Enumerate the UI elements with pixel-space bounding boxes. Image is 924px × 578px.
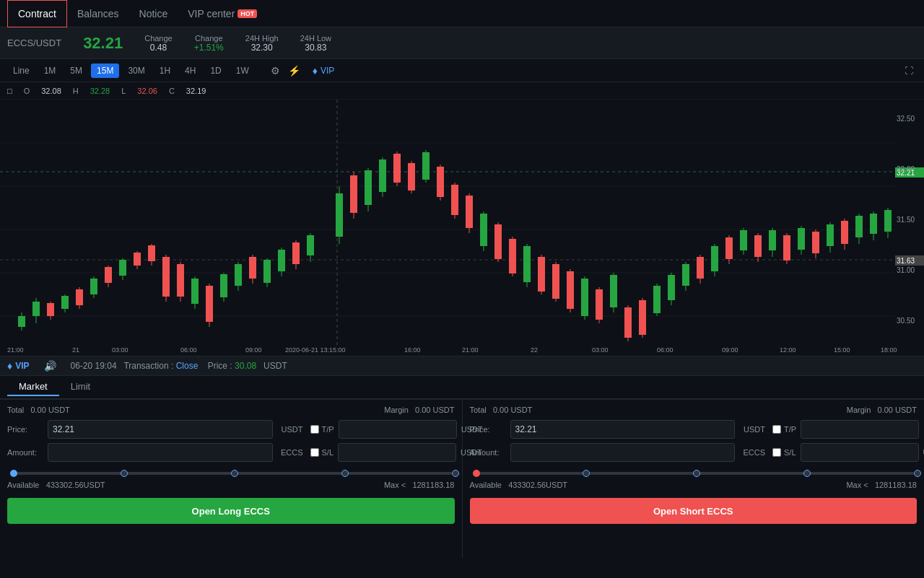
long-tp-checkbox-label[interactable]: T/P bbox=[310, 425, 334, 434]
svg-rect-34 bbox=[134, 253, 141, 266]
nav-vip-center-label: VIP center bbox=[188, 8, 235, 19]
tb-15m[interactable]: 15M bbox=[91, 64, 119, 78]
short-tp-label: T/P bbox=[784, 425, 796, 434]
order-panel-short: Total 0.00 USDT Margin 0.00 USDT Price: … bbox=[463, 400, 925, 558]
svg-text:2020-06-21 13:15:00: 2020-06-21 13:15:00 bbox=[285, 346, 346, 354]
nav-item-vip-center[interactable]: VIP center HOT bbox=[178, 0, 267, 27]
tb-1w[interactable]: 1W bbox=[230, 64, 255, 78]
tb-30m[interactable]: 30M bbox=[122, 64, 150, 78]
diamond-icon: ♦ bbox=[313, 65, 318, 76]
nav-item-notice[interactable]: Notice bbox=[129, 0, 178, 27]
settings-icon[interactable]: ⚙ bbox=[268, 63, 284, 79]
nav-item-balances[interactable]: Balances bbox=[67, 0, 129, 27]
svg-rect-136 bbox=[884, 210, 892, 232]
short-margin-label: Margin bbox=[847, 406, 871, 414]
vip-label-text: VIP bbox=[15, 361, 29, 371]
svg-rect-56 bbox=[292, 242, 300, 264]
svg-text:21:00: 21:00 bbox=[7, 346, 24, 354]
long-total-value: 0.00 USDT bbox=[30, 406, 69, 414]
short-slider-dot-0 bbox=[473, 470, 480, 477]
ticker-change-pct: Change +1.51% bbox=[194, 34, 224, 53]
short-tp-checkbox-label[interactable]: T/P bbox=[772, 425, 796, 434]
tab-limit[interactable]: Limit bbox=[59, 378, 102, 396]
nav-balances-label: Balances bbox=[77, 8, 119, 19]
tab-market[interactable]: Market bbox=[7, 378, 59, 396]
chart-area[interactable]: 32.21 31.63 32.50 32.00 31.50 31.00 30.5… bbox=[0, 100, 924, 356]
short-sl-checkbox[interactable] bbox=[772, 448, 781, 457]
tb-5m[interactable]: 5M bbox=[64, 64, 88, 78]
panel-long-totals: Total 0.00 USDT Margin 0.00 USDT bbox=[7, 406, 455, 414]
short-sl-checkbox-label[interactable]: S/L bbox=[772, 448, 796, 457]
svg-rect-100 bbox=[624, 307, 632, 338]
long-sl-row: S/L USDT bbox=[310, 443, 455, 462]
indicators-icon[interactable]: ⚡ bbox=[287, 63, 302, 79]
svg-rect-102 bbox=[639, 300, 646, 335]
open-short-button[interactable]: Open Short ECCS bbox=[470, 498, 918, 524]
svg-rect-118 bbox=[754, 235, 762, 257]
tb-1d[interactable]: 1D bbox=[204, 64, 227, 78]
ticker-high-label: 24H High bbox=[245, 34, 279, 43]
svg-rect-36 bbox=[148, 245, 155, 261]
long-sl-input[interactable] bbox=[338, 443, 456, 462]
long-price-input[interactable] bbox=[48, 420, 273, 439]
svg-rect-60 bbox=[336, 193, 343, 237]
svg-text:32.00: 32.00 bbox=[897, 165, 915, 173]
svg-text:03:00: 03:00 bbox=[592, 346, 609, 354]
panel-short-totals: Total 0.00 USDT Margin 0.00 USDT bbox=[470, 406, 918, 414]
svg-text:03:00: 03:00 bbox=[112, 346, 128, 354]
short-slider[interactable] bbox=[470, 472, 918, 475]
short-tp-checkbox[interactable] bbox=[772, 425, 781, 434]
ticker-24h-low: 24H Low 30.83 bbox=[300, 34, 331, 53]
ticker-high-value: 32.30 bbox=[251, 43, 273, 53]
long-slider[interactable] bbox=[7, 472, 455, 475]
svg-rect-52 bbox=[263, 260, 271, 283]
open-long-button[interactable]: Open Long ECCS bbox=[7, 498, 455, 524]
nav-item-contract[interactable]: Contract bbox=[7, 0, 67, 27]
svg-text:21: 21 bbox=[72, 346, 79, 354]
short-tp-input[interactable] bbox=[801, 420, 919, 439]
top-nav: Contract Balances Notice VIP center HOT bbox=[0, 0, 924, 27]
short-amount-label: Amount: bbox=[470, 448, 506, 457]
long-tp-checkbox[interactable] bbox=[310, 425, 319, 434]
candlestick-chart: 32.21 31.63 32.50 32.00 31.50 31.00 30.5… bbox=[0, 100, 924, 356]
long-amount-input[interactable] bbox=[48, 443, 273, 462]
svg-rect-62 bbox=[350, 175, 357, 213]
svg-rect-128 bbox=[827, 224, 834, 246]
tb-line[interactable]: Line bbox=[7, 64, 35, 78]
svg-rect-98 bbox=[610, 275, 617, 307]
vip-label: ♦ VIP bbox=[7, 360, 30, 372]
ohlc-open: 32.08 bbox=[41, 87, 61, 95]
short-price-input[interactable] bbox=[510, 420, 736, 439]
long-sl-checkbox-label[interactable]: S/L bbox=[310, 448, 334, 457]
long-slider-dot-25 bbox=[121, 470, 128, 477]
long-sl-checkbox[interactable] bbox=[310, 448, 319, 457]
svg-rect-44 bbox=[206, 286, 213, 322]
tb-1m[interactable]: 1M bbox=[38, 64, 62, 78]
svg-rect-108 bbox=[682, 264, 689, 286]
svg-text:21:00: 21:00 bbox=[462, 346, 479, 354]
svg-rect-130 bbox=[841, 221, 848, 244]
short-max-value: 1281183.18 bbox=[875, 481, 917, 489]
expand-icon[interactable]: ⛶ bbox=[901, 63, 917, 79]
svg-text:18:00: 18:00 bbox=[881, 346, 897, 354]
svg-rect-120 bbox=[769, 230, 776, 250]
vip-chart-badge[interactable]: ♦ VIP bbox=[313, 65, 335, 76]
tb-4h[interactable]: 4H bbox=[179, 64, 201, 78]
svg-rect-86 bbox=[523, 246, 531, 282]
order-panels: Total 0.00 USDT Margin 0.00 USDT Price: … bbox=[0, 399, 924, 558]
vip-price-value: 30.08 bbox=[235, 361, 256, 371]
tb-1h[interactable]: 1H bbox=[154, 64, 176, 78]
svg-rect-94 bbox=[581, 279, 588, 316]
ohlc-close-label: C bbox=[169, 87, 175, 95]
speaker-icon: 🔊 bbox=[44, 360, 56, 372]
short-sl-input[interactable] bbox=[801, 443, 919, 462]
svg-rect-80 bbox=[480, 214, 487, 246]
ticker-low-label: 24H Low bbox=[300, 34, 331, 43]
short-amount-input[interactable] bbox=[510, 443, 736, 462]
tab-market-label: Market bbox=[19, 381, 48, 392]
short-max-label: Max < bbox=[846, 481, 868, 489]
long-slider-dot-0 bbox=[10, 470, 17, 477]
svg-rect-50 bbox=[249, 257, 256, 279]
long-tp-input[interactable] bbox=[339, 420, 457, 439]
svg-text:31.63: 31.63 bbox=[897, 257, 915, 265]
